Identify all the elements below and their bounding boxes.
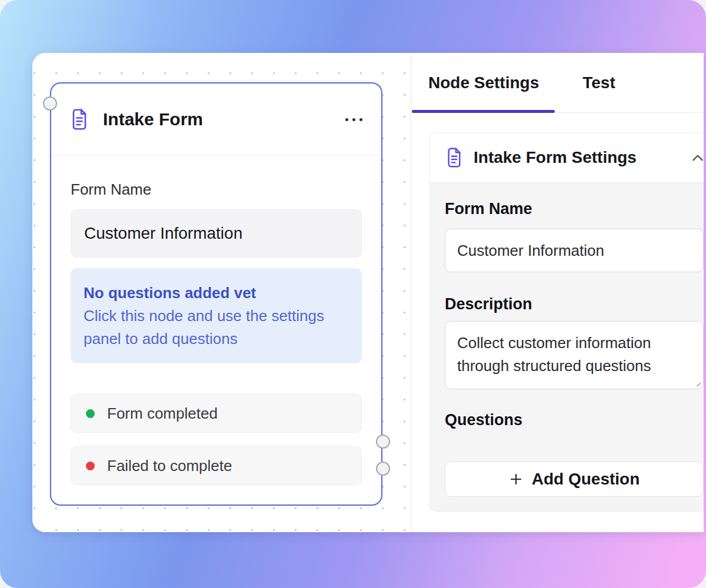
node-input-handle[interactable] (43, 96, 57, 111)
resize-grip-icon[interactable] (694, 380, 701, 386)
node-body: Form Name Customer Information No questi… (51, 179, 381, 485)
settings-panel: Node Settings Test Intake Form (411, 53, 704, 532)
description-label: Description (445, 295, 704, 313)
node-output-handle-2[interactable] (376, 462, 390, 476)
tab-label: Node Settings (428, 74, 539, 92)
no-questions-notice: No questions added vet Click this node a… (71, 268, 362, 363)
tab-label: Test (582, 74, 615, 92)
intake-form-node[interactable]: Intake Form Form Name Customer Informati… (50, 82, 382, 506)
questions-label: Questions (445, 410, 704, 429)
error-dot-icon (86, 462, 95, 470)
output-label: Failed to complete (107, 457, 232, 475)
node-title: Intake Form (103, 109, 344, 129)
output-row-form-completed: Form completed (71, 394, 362, 433)
app-window: Intake Form Form Name Customer Informati… (32, 53, 704, 532)
intake-form-settings-section: Intake Form Settings Form Name Customer … (429, 132, 704, 512)
description-value: Collect customer information through str… (457, 334, 651, 375)
node-form-name-value[interactable]: Customer Information (71, 209, 362, 258)
active-tab-underline (412, 110, 555, 113)
add-question-button[interactable]: Add Question (445, 462, 704, 497)
plus-icon (509, 472, 523, 486)
chevron-up-icon[interactable] (690, 151, 704, 166)
node-form-name-label: Form Name (71, 179, 362, 199)
document-icon (446, 148, 462, 168)
description-textarea[interactable]: Collect customer information through str… (445, 321, 704, 389)
form-name-label: Form Name (445, 199, 704, 218)
output-row-failed-to-complete: Failed to complete (71, 446, 362, 485)
tab-test[interactable]: Test (579, 53, 619, 112)
output-label: Form completed (107, 405, 218, 423)
section-body: Form Name Customer Information Descripti… (429, 183, 704, 512)
node-header: Intake Form (51, 83, 381, 156)
node-output-handle-1[interactable] (376, 435, 390, 449)
tab-node-settings[interactable]: Node Settings (411, 53, 560, 112)
panel-tabbar: Node Settings Test (411, 53, 704, 113)
notice-title: No questions added vet (84, 281, 349, 305)
notice-body: Click this node and use the settings pan… (84, 305, 349, 350)
section-header[interactable]: Intake Form Settings (429, 132, 704, 183)
section-title: Intake Form Settings (474, 148, 637, 167)
flow-canvas[interactable]: Intake Form Form Name Customer Informati… (32, 53, 411, 532)
form-name-input[interactable]: Customer Information (445, 229, 704, 272)
ellipsis-icon[interactable] (344, 115, 364, 125)
add-question-label: Add Question (532, 470, 640, 489)
document-icon (71, 109, 88, 130)
success-dot-icon (86, 409, 95, 418)
